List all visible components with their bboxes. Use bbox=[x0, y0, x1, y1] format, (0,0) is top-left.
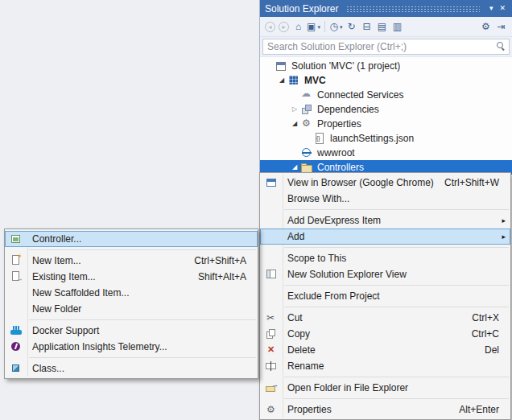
preview-selected-items-icon[interactable]: ⇥ bbox=[494, 19, 508, 34]
tree-row[interactable]: ◢Properties bbox=[260, 117, 512, 131]
menu-item-label: Scope to This bbox=[283, 253, 346, 264]
sync-with-active-document-icon-glyph: ↻ bbox=[347, 22, 355, 31]
collapse-all-icon-glyph: ⊟ bbox=[362, 22, 370, 31]
search-input[interactable] bbox=[262, 39, 510, 55]
menu-item[interactable]: Add▸ bbox=[260, 229, 510, 245]
menu-separator bbox=[284, 209, 509, 210]
menu-item[interactable]: Add DevExpress Item▸ bbox=[260, 212, 510, 229]
preview-selected-items-icon-glyph: ⇥ bbox=[497, 22, 505, 31]
solution-view-icon bbox=[260, 266, 283, 282]
menu-item[interactable]: Open Folder in File Explorer bbox=[260, 380, 510, 396]
tree-item-label: Connected Services bbox=[313, 89, 403, 101]
switch-views-icon-glyph: ▣ bbox=[307, 22, 316, 31]
wrench-icon[interactable]: ⚙ bbox=[479, 19, 493, 34]
menu-icon-slot bbox=[5, 301, 27, 317]
home-icon[interactable]: ⌂ bbox=[291, 19, 305, 34]
back-icon-glyph: ◄ bbox=[267, 24, 273, 30]
menu-item[interactable]: Scope to This bbox=[260, 250, 510, 266]
tree-item-label: Dependencies bbox=[313, 104, 379, 115]
menu-shortcut: Ctrl+Shift+A bbox=[194, 255, 258, 266]
menu-item[interactable]: View in Browser (Google Chrome)Ctrl+Shif… bbox=[260, 175, 510, 191]
menu-item[interactable]: New Item...Ctrl+Shift+A bbox=[5, 253, 258, 269]
expanded-arrow-icon[interactable]: ◢ bbox=[276, 77, 287, 84]
menu-item[interactable]: CutCtrl+X bbox=[260, 310, 510, 326]
dropdown-caret-icon: ▾ bbox=[340, 24, 343, 30]
connected-services-icon bbox=[300, 89, 313, 101]
tree-row[interactable]: launchSettings.json bbox=[260, 131, 512, 146]
collapsed-arrow-icon[interactable]: ▷ bbox=[289, 106, 300, 113]
menu-separator bbox=[29, 319, 256, 320]
menu-separator bbox=[284, 285, 509, 286]
tree-row[interactable]: ◢MVC bbox=[260, 73, 512, 88]
menu-item[interactable]: New Solution Explorer View bbox=[260, 266, 510, 282]
menu-shortcut: Ctrl+C bbox=[472, 328, 510, 340]
menu-item-label: New Solution Explorer View bbox=[283, 269, 407, 280]
menu-item[interactable]: PropertiesAlt+Enter bbox=[260, 401, 510, 418]
search-row bbox=[260, 37, 512, 57]
menu-icon-slot bbox=[260, 212, 283, 229]
tree-item-label: Properties bbox=[313, 118, 361, 130]
tree-item-label: MVC bbox=[300, 75, 326, 86]
copy-icon bbox=[260, 326, 283, 342]
new-item-icon bbox=[5, 253, 27, 269]
back-icon[interactable]: ◄ bbox=[265, 22, 275, 32]
properties-pages-icon[interactable]: ▥ bbox=[390, 19, 404, 34]
show-all-files-icon[interactable]: ▤ bbox=[375, 19, 389, 34]
wrench-icon-glyph: ⚙ bbox=[481, 22, 490, 31]
switch-views-icon[interactable]: ▣▾ bbox=[307, 19, 320, 34]
menu-item-label: New Folder bbox=[27, 303, 81, 315]
solution-explorer-titlebar[interactable]: Solution Explorer ▾✕ bbox=[260, 0, 512, 17]
tree-row[interactable]: Connected Services bbox=[260, 88, 512, 102]
window-position-icon[interactable]: ▾ bbox=[486, 0, 497, 17]
visual-studio-workspace: Solution Explorer ▾✕ ◄►⌂▣▾◷▾↻⊟▤▥⚙⇥ Solut… bbox=[0, 0, 512, 420]
titlebar-grip[interactable] bbox=[346, 5, 480, 12]
menu-shortcut: Ctrl+X bbox=[472, 312, 510, 323]
menu-item-label: Class... bbox=[27, 363, 64, 374]
search-icon[interactable] bbox=[497, 42, 506, 51]
browser-icon bbox=[260, 175, 283, 191]
expanded-arrow-icon[interactable]: ◢ bbox=[289, 164, 300, 171]
solution-icon bbox=[275, 60, 287, 72]
class-icon bbox=[5, 360, 27, 377]
menu-separator bbox=[29, 249, 256, 250]
tree-item-label: Controllers bbox=[313, 162, 364, 173]
controller-icon bbox=[5, 231, 27, 247]
delete-icon bbox=[260, 342, 283, 358]
menu-item[interactable]: Controller... bbox=[5, 231, 258, 247]
menu-separator bbox=[284, 377, 509, 377]
sync-with-active-document-icon[interactable]: ↻ bbox=[345, 19, 358, 34]
tree-row[interactable]: wwwroot bbox=[260, 146, 512, 160]
close-icon[interactable]: ✕ bbox=[496, 0, 509, 17]
forward-icon[interactable]: ► bbox=[279, 22, 289, 32]
collapse-all-icon[interactable]: ⊟ bbox=[360, 19, 374, 34]
menu-separator bbox=[284, 398, 509, 399]
menu-item[interactable]: Class... bbox=[5, 360, 258, 377]
menu-item[interactable]: Docker Support bbox=[5, 323, 258, 339]
titlebar-buttons: ▾✕ bbox=[486, 0, 509, 17]
tree-row[interactable]: ▷Dependencies bbox=[260, 102, 512, 117]
menu-item-label: Properties bbox=[283, 404, 332, 415]
home-icon-glyph: ⌂ bbox=[295, 22, 301, 31]
menu-item-label: View in Browser (Google Chrome) bbox=[283, 177, 434, 188]
context-menu: View in Browser (Google Chrome)Ctrl+Shif… bbox=[259, 172, 511, 420]
menu-icon-slot bbox=[260, 288, 283, 304]
solution-explorer-toolbar: ◄►⌂▣▾◷▾↻⊟▤▥⚙⇥ bbox=[260, 17, 512, 37]
submenu-arrow-icon: ▸ bbox=[502, 233, 506, 241]
add-submenu: Controller...New Item...Ctrl+Shift+AExis… bbox=[4, 229, 258, 379]
properties-pages-icon-glyph: ▥ bbox=[393, 22, 402, 31]
existing-item-icon bbox=[5, 269, 27, 285]
menu-item[interactable]: CopyCtrl+C bbox=[260, 326, 510, 342]
menu-item[interactable]: Existing Item...Shift+Alt+A bbox=[5, 269, 258, 285]
menu-item[interactable]: New Folder bbox=[5, 301, 258, 317]
menu-item[interactable]: Browse With... bbox=[260, 191, 510, 207]
menu-item[interactable]: Exclude From Project bbox=[260, 288, 510, 304]
expanded-arrow-icon[interactable]: ◢ bbox=[289, 121, 300, 127]
pending-changes-filter-icon[interactable]: ◷▾ bbox=[329, 19, 343, 34]
menu-item[interactable]: Rename bbox=[260, 358, 510, 374]
wrench-icon bbox=[300, 117, 313, 130]
menu-item[interactable]: DeleteDel bbox=[260, 342, 510, 358]
tree-row[interactable]: Solution 'MVC' (1 project) bbox=[260, 59, 512, 73]
menu-item[interactable]: Application Insights Telemetry... bbox=[5, 339, 258, 355]
menu-item[interactable]: New Scaffolded Item... bbox=[5, 285, 258, 301]
menu-icon-slot bbox=[5, 285, 27, 301]
